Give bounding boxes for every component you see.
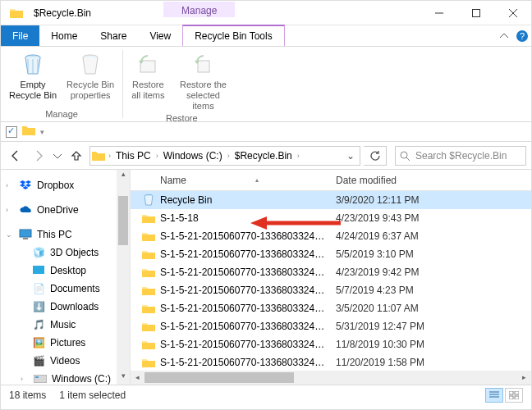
file-row[interactable]: S-1-5-21-2015060770-1336803324-14438441.… bbox=[131, 299, 531, 317]
recent-locations-button[interactable] bbox=[52, 146, 63, 166]
details-view-button[interactable] bbox=[485, 388, 503, 403]
ribbon-tabs: File Home Share View Recycle Bin Tools ? bbox=[1, 25, 531, 47]
file-row[interactable]: S-1-5-21-2015060770-1336803324-14438441.… bbox=[131, 263, 531, 281]
scroll-thumb[interactable] bbox=[144, 372, 294, 383]
forward-button[interactable] bbox=[29, 146, 48, 166]
pictures-icon: 🖼️ bbox=[32, 336, 45, 349]
file-name: S-1-5-21-2015060770-1336803324-14438441.… bbox=[157, 248, 328, 260]
crumb-this-pc[interactable]: This PC bbox=[114, 150, 153, 162]
crumb-drive[interactable]: Windows (C:) bbox=[162, 150, 224, 162]
svg-rect-14 bbox=[509, 391, 513, 394]
objects3d-icon: 🧊 bbox=[32, 246, 45, 259]
file-row[interactable]: S-1-5-21-2015060770-1336803324-14438441.… bbox=[131, 245, 531, 263]
documents-icon: 📄 bbox=[32, 282, 45, 295]
file-name: S-1-5-21-2015060770-1336803324-14438441.… bbox=[157, 285, 328, 296]
file-name: S-1-5-21-2015060770-1336803324-14438441.… bbox=[157, 303, 328, 314]
file-row[interactable]: S-1-5-21-2015060770-1336803324-14438441.… bbox=[131, 353, 531, 371]
folder-icon bbox=[140, 321, 157, 332]
music-icon: 🎵 bbox=[32, 318, 45, 331]
file-date: 5/31/2019 12:47 PM bbox=[328, 321, 531, 332]
chevron-right-icon[interactable]: › bbox=[227, 152, 230, 160]
restore-selected-button[interactable]: Restore the selected items bbox=[170, 48, 237, 113]
quick-access-toolbar: ▾ bbox=[1, 122, 531, 142]
file-date: 5/5/2019 3:10 PM bbox=[328, 248, 531, 260]
scroll-up-icon[interactable]: ▴ bbox=[117, 170, 130, 183]
svg-rect-10 bbox=[33, 266, 44, 274]
nav-3d-objects[interactable]: 🧊3D Objects bbox=[1, 244, 130, 262]
nav-pictures[interactable]: 🖼️Pictures bbox=[1, 334, 130, 352]
svg-rect-5 bbox=[140, 61, 155, 72]
back-button[interactable] bbox=[6, 146, 25, 166]
file-name: S-1-5-21-2015060770-1336803324-14438441.… bbox=[157, 230, 328, 242]
svg-rect-12 bbox=[35, 376, 39, 378]
svg-rect-11 bbox=[34, 375, 47, 383]
horizontal-scrollbar[interactable]: ◂ ▸ bbox=[131, 371, 531, 385]
file-name: Recycle Bin bbox=[157, 194, 328, 206]
nav-this-pc[interactable]: ⌄This PC bbox=[1, 226, 130, 244]
file-row[interactable]: S-1-5-21-2015060770-1336803324-14438441.… bbox=[131, 335, 531, 353]
column-date[interactable]: Date modified bbox=[328, 175, 531, 186]
search-placeholder: Search $Recycle.Bin bbox=[415, 150, 507, 162]
tab-home[interactable]: Home bbox=[39, 25, 89, 46]
search-input[interactable]: Search $Recycle.Bin bbox=[395, 146, 526, 166]
file-date: 5/7/2019 4:23 PM bbox=[328, 285, 531, 296]
nav-drive-c[interactable]: ›Windows (C:) bbox=[1, 370, 130, 385]
nav-videos[interactable]: 🎬Videos bbox=[1, 352, 130, 370]
file-list[interactable]: Recycle Bin3/9/2020 12:11 PMS-1-5-184/23… bbox=[131, 191, 531, 371]
folder-icon bbox=[140, 230, 157, 242]
restore-all-button[interactable]: Restore all items bbox=[126, 48, 169, 113]
file-row[interactable]: S-1-5-21-2015060770-1336803324-14438441.… bbox=[131, 281, 531, 299]
svg-rect-16 bbox=[509, 396, 513, 399]
nav-onedrive[interactable]: ›OneDrive bbox=[1, 201, 130, 219]
maximize-button[interactable] bbox=[457, 1, 494, 25]
thumbnails-view-button[interactable] bbox=[505, 388, 523, 403]
navpane-scrollbar[interactable]: ▴ ▾ bbox=[117, 170, 130, 385]
refresh-button[interactable] bbox=[364, 146, 387, 166]
downloads-icon: ⬇️ bbox=[32, 300, 45, 313]
tab-recycle-bin-tools[interactable]: Recycle Bin Tools bbox=[182, 25, 285, 46]
recycle-bin-properties-button[interactable]: Recycle Bin properties bbox=[62, 48, 119, 109]
file-row[interactable]: S-1-5-21-2015060770-1336803324-14438441.… bbox=[131, 317, 531, 335]
file-row[interactable]: S-1-5-184/23/2019 9:43 PM bbox=[131, 209, 531, 227]
ribbon-collapse-button[interactable] bbox=[495, 25, 513, 46]
breadcrumb[interactable]: › This PC › Windows (C:) › $Recycle.Bin … bbox=[89, 146, 360, 166]
file-date: 4/23/2019 9:43 PM bbox=[328, 212, 531, 224]
chevron-right-icon[interactable]: › bbox=[108, 152, 111, 160]
close-button[interactable] bbox=[494, 1, 531, 25]
empty-recycle-bin-button[interactable]: Empty Recycle Bin bbox=[4, 48, 62, 109]
chevron-right-icon[interactable]: › bbox=[156, 152, 158, 160]
scroll-down-icon[interactable]: ▾ bbox=[117, 371, 130, 385]
help-button[interactable]: ? bbox=[513, 25, 531, 46]
crumb-folder[interactable]: $Recycle.Bin bbox=[233, 150, 294, 162]
file-date: 11/8/2019 10:30 PM bbox=[328, 339, 531, 350]
svg-rect-0 bbox=[472, 9, 479, 16]
chevron-right-icon[interactable]: › bbox=[297, 152, 300, 160]
status-selected-count: 1 item selected bbox=[59, 390, 126, 401]
scroll-left-icon[interactable]: ◂ bbox=[131, 371, 144, 385]
nav-desktop[interactable]: Desktop bbox=[1, 262, 130, 280]
checkbox-icon[interactable] bbox=[6, 126, 17, 138]
up-button[interactable] bbox=[66, 146, 86, 166]
nav-dropbox[interactable]: ›Dropbox bbox=[1, 176, 130, 194]
file-row[interactable]: Recycle Bin3/9/2020 12:11 PM bbox=[131, 191, 531, 209]
scroll-thumb[interactable] bbox=[118, 196, 128, 245]
address-dropdown-button[interactable]: ⌄ bbox=[343, 150, 358, 162]
nav-music[interactable]: 🎵Music bbox=[1, 316, 130, 334]
tab-file[interactable]: File bbox=[1, 25, 39, 46]
tab-view[interactable]: View bbox=[138, 25, 182, 46]
navigation-pane[interactable]: ›Dropbox ›OneDrive ⌄This PC 🧊3D Objects … bbox=[1, 170, 131, 385]
file-row[interactable]: S-1-5-21-2015060770-1336803324-14438441.… bbox=[131, 227, 531, 245]
ribbon-group-restore: Restore bbox=[126, 113, 236, 124]
file-date: 4/23/2019 9:42 PM bbox=[328, 266, 531, 278]
scroll-right-icon[interactable]: ▸ bbox=[517, 371, 531, 385]
nav-downloads[interactable]: ⬇️Downloads bbox=[1, 298, 130, 316]
window-icon bbox=[1, 1, 32, 25]
svg-rect-6 bbox=[198, 61, 209, 72]
minimize-button[interactable] bbox=[420, 1, 457, 25]
column-name[interactable]: Name▴ bbox=[131, 175, 328, 186]
desktop-icon bbox=[32, 264, 45, 277]
folder-icon bbox=[140, 285, 157, 296]
nav-documents[interactable]: 📄Documents bbox=[1, 280, 130, 298]
drive-icon bbox=[34, 372, 47, 385]
tab-share[interactable]: Share bbox=[89, 25, 138, 46]
